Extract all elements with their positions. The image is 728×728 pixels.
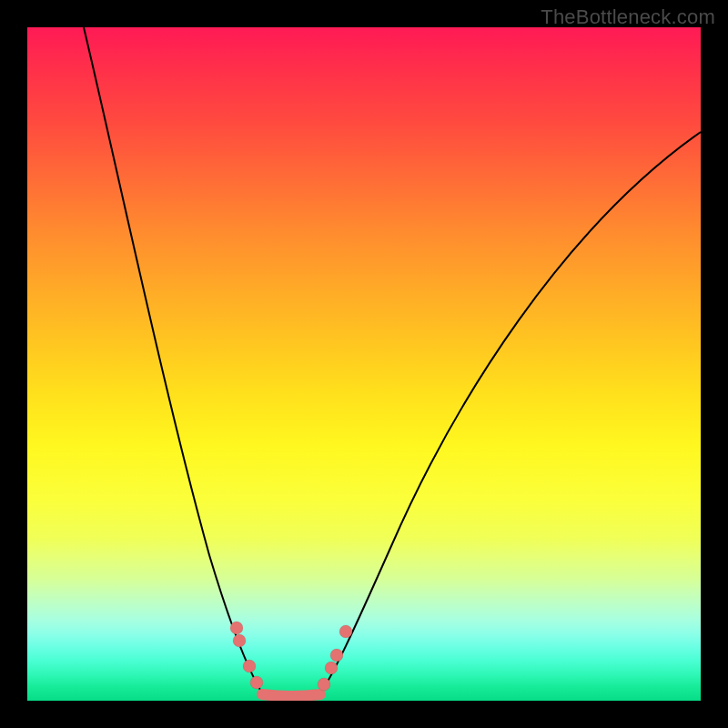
- plot-area: [27, 27, 701, 701]
- marker-dot: [330, 649, 343, 662]
- marker-dot: [230, 622, 243, 634]
- marker-dot: [250, 676, 263, 689]
- marker-dot: [325, 662, 338, 674]
- marker-dot: [233, 634, 246, 647]
- watermark-text: TheBottleneck.com: [541, 5, 715, 29]
- marker-dot: [243, 660, 256, 672]
- curve-right: [317, 132, 701, 699]
- bottleneck-curve: [27, 27, 701, 701]
- marker-dot: [318, 678, 330, 691]
- marker-dot: [339, 625, 352, 638]
- chart-frame: TheBottleneck.com: [0, 0, 728, 728]
- valley-band: [262, 694, 320, 696]
- curve-left: [84, 27, 266, 699]
